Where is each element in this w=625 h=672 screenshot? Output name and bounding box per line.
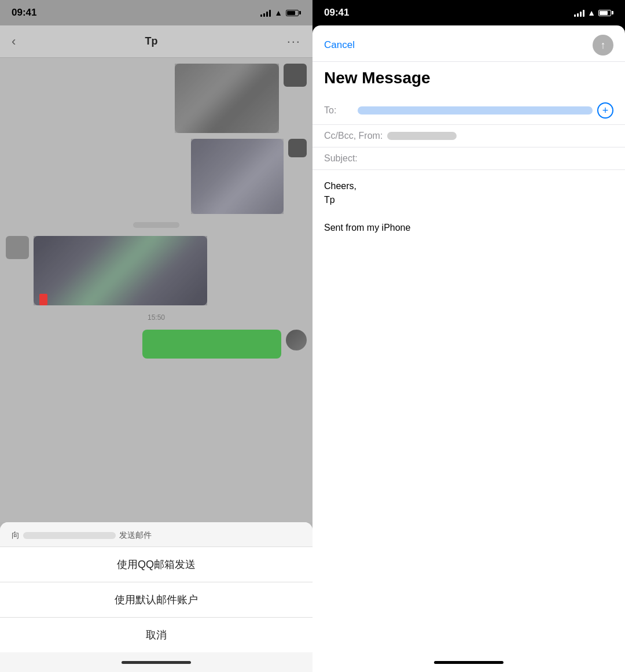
bar2 [263, 13, 265, 17]
signal-bars-icon [260, 9, 271, 17]
timestamp: 15:50 [6, 313, 307, 322]
r-bar1 [574, 14, 576, 17]
msg-right-2 [6, 139, 307, 214]
cc-bcc-field: Cc/Bcc, From: [312, 125, 625, 147]
home-bar-left [122, 661, 191, 664]
send-icon: ↑ [601, 39, 606, 51]
right-battery-icon [598, 10, 613, 16]
blur-3 [34, 236, 207, 305]
left-panel: 09:41 ▲ ‹ Tp ··· [0, 0, 312, 672]
sheet-send-suffix: 发送邮件 [119, 530, 152, 541]
right-battery-body [598, 10, 611, 16]
center-bar [6, 222, 307, 228]
left-status-icons: ▲ [260, 8, 301, 17]
right-panel: 09:41 ▲ Cancel ↑ Ne [312, 0, 625, 672]
sheet-recipient-bar [23, 532, 116, 539]
red-accent [39, 294, 47, 305]
compose-sheet: Cancel ↑ New Message To: + Cc/Bcc, From:… [312, 25, 625, 672]
avatar-right-1 [284, 64, 307, 87]
r-bar4 [583, 10, 584, 17]
right-signal-bars-icon [574, 9, 584, 17]
cancel-option[interactable]: 取消 [0, 618, 312, 652]
right-battery-tip [612, 11, 613, 14]
chat-image-2 [191, 139, 284, 214]
msg-left-1 [6, 236, 307, 305]
avatar-img [286, 330, 307, 350]
blur-1 [175, 64, 279, 133]
avatar-right-2 [288, 139, 307, 157]
send-button[interactable]: ↑ [593, 35, 613, 56]
right-status-icons: ▲ [574, 8, 613, 17]
battery-fill [287, 11, 295, 15]
add-recipient-button[interactable]: + [597, 102, 613, 119]
battery-icon [286, 10, 301, 16]
compose-body[interactable]: Cheers, Tp Sent from my iPhone [312, 170, 625, 652]
home-bar-right [434, 661, 503, 664]
subject-input[interactable] [362, 153, 613, 164]
to-field: To: + [312, 97, 625, 125]
to-value[interactable] [358, 106, 593, 115]
msg-right-1 [6, 64, 307, 133]
subject-label: Subject: [324, 153, 358, 164]
default-mail-option[interactable]: 使用默认邮件账户 [0, 582, 312, 618]
r-bar2 [577, 13, 579, 17]
cancel-button[interactable]: Cancel [324, 39, 355, 51]
qq-mail-option[interactable]: 使用QQ邮箱发送 [0, 547, 312, 582]
center-bar-shape [133, 222, 179, 228]
chat-image-1 [175, 64, 279, 133]
chat-image-3 [34, 236, 207, 305]
right-status-bar: 09:41 ▲ [312, 0, 625, 25]
bottom-sheet: 向 发送邮件 使用QQ邮箱发送 使用默认邮件账户 取消 [0, 522, 312, 672]
green-bubble [142, 330, 281, 359]
cc-bcc-label: Cc/Bcc, From: [324, 131, 383, 141]
bar3 [266, 12, 268, 17]
wifi-icon: ▲ [274, 8, 282, 17]
avatar-left-1 [6, 236, 29, 259]
left-status-bar: 09:41 ▲ [0, 0, 312, 25]
from-value[interactable] [387, 132, 457, 140]
nav-title: Tp [145, 35, 157, 47]
msg-right-3 [6, 330, 307, 359]
home-indicator-right [312, 652, 625, 672]
to-label: To: [324, 105, 353, 116]
right-battery-fill [600, 11, 608, 15]
compose-title: New Message [312, 62, 625, 97]
blur-2 [191, 139, 284, 214]
bar1 [260, 14, 262, 17]
battery-body [286, 10, 299, 16]
home-indicator-left [0, 652, 312, 672]
sheet-send-prefix: 向 [12, 530, 20, 541]
left-nav-bar: ‹ Tp ··· [0, 25, 312, 58]
compose-header: Cancel ↑ [312, 25, 625, 62]
bar4 [269, 10, 271, 17]
r-bar3 [580, 12, 582, 17]
right-wifi-icon: ▲ [587, 8, 595, 17]
sheet-header: 向 发送邮件 [0, 522, 312, 547]
bottom-sheet-overlay: 向 发送邮件 使用QQ邮箱发送 使用默认邮件账户 取消 [0, 522, 312, 672]
subject-field: Subject: [312, 147, 625, 170]
battery-tip [299, 11, 301, 14]
avatar-right-3 [286, 330, 307, 350]
back-button[interactable]: ‹ [12, 34, 16, 49]
more-button[interactable]: ··· [287, 34, 301, 49]
body-text: Cheers, Tp Sent from my iPhone [324, 179, 613, 235]
left-time: 09:41 [12, 7, 36, 19]
right-time: 09:41 [324, 7, 349, 19]
